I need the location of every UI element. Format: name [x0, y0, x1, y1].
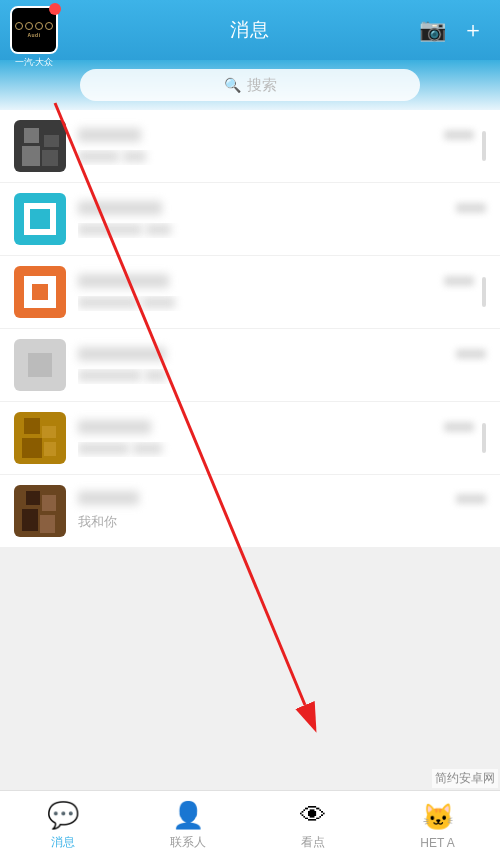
camera-icon[interactable]: 📷 [419, 17, 446, 43]
message-list: 我和你 [0, 110, 500, 790]
message-preview [78, 223, 298, 238]
message-preview [78, 150, 298, 165]
nav-item-more[interactable]: 🐱 HET A [375, 802, 500, 850]
search-bar: 🔍 搜索 [0, 60, 500, 110]
message-time [444, 275, 474, 289]
avatar [14, 120, 66, 172]
message-time [444, 129, 474, 143]
nav-item-messages[interactable]: 💬 消息 [0, 800, 125, 851]
nav-label-more: HET A [420, 836, 454, 850]
message-time [456, 202, 486, 216]
list-item[interactable] [0, 256, 500, 329]
message-name [78, 420, 151, 437]
header-actions: 📷 ＋ [419, 15, 484, 45]
list-item[interactable] [0, 329, 500, 402]
message-time [456, 348, 486, 362]
search-icon: 🔍 [224, 77, 241, 93]
nav-item-discover[interactable]: 👁 看点 [250, 800, 375, 851]
more-icon: 🐱 [422, 802, 454, 833]
list-item[interactable] [0, 183, 500, 256]
bottom-nav: 💬 消息 👤 联系人 👁 看点 🐱 HET A [0, 790, 500, 860]
search-input-container[interactable]: 🔍 搜索 [80, 69, 420, 101]
nav-label-discover: 看点 [301, 834, 325, 851]
nav-label-contacts: 联系人 [170, 834, 206, 851]
nav-label-messages: 消息 [51, 834, 75, 851]
message-time [456, 493, 486, 507]
list-item[interactable]: 我和你 [0, 475, 500, 548]
message-name [78, 347, 166, 364]
message-name [78, 491, 139, 508]
message-name [78, 274, 169, 291]
message-preview [78, 369, 298, 384]
message-name [78, 201, 162, 218]
header: Audi 一汽·大众 消息 📷 ＋ [0, 0, 500, 60]
avatar-badge [49, 3, 61, 15]
unread-indicator [482, 423, 486, 453]
avatar [14, 193, 66, 245]
message-preview: 我和你 [78, 513, 298, 531]
avatar [14, 339, 66, 391]
list-item[interactable] [0, 110, 500, 183]
avatar-label: 一汽·大众 [10, 56, 58, 69]
unread-indicator [482, 131, 486, 161]
avatar [14, 412, 66, 464]
nav-item-contacts[interactable]: 👤 联系人 [125, 800, 250, 851]
search-placeholder: 搜索 [247, 76, 277, 95]
unread-indicator [482, 277, 486, 307]
messages-icon: 💬 [47, 800, 79, 831]
list-item[interactable] [0, 402, 500, 475]
avatar [14, 266, 66, 318]
add-icon[interactable]: ＋ [462, 15, 484, 45]
user-avatar[interactable]: Audi 一汽·大众 [10, 6, 58, 54]
message-time [444, 421, 474, 435]
contacts-icon: 👤 [172, 800, 204, 831]
message-preview [78, 442, 298, 457]
message-preview [78, 296, 298, 311]
page-title: 消息 [230, 17, 270, 43]
discover-icon: 👁 [300, 800, 326, 831]
message-name [78, 128, 141, 145]
avatar [14, 485, 66, 537]
